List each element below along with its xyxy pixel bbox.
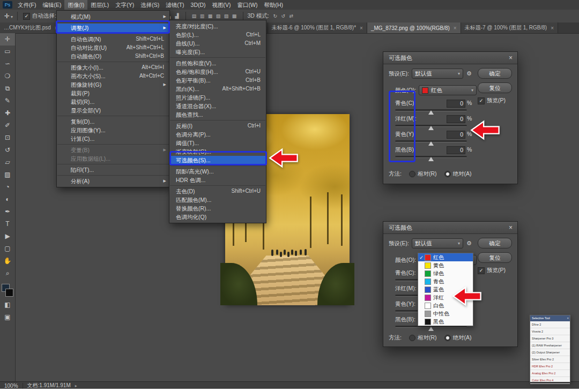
close-icon[interactable]: × bbox=[360, 25, 363, 31]
adjust-submenu-item-23[interactable]: 匹配颜色(M)... bbox=[169, 195, 266, 204]
slider-thumb[interactable] bbox=[428, 157, 434, 161]
preview-checkbox[interactable]: ✓预览(P) bbox=[478, 97, 513, 104]
slider-thumb[interactable] bbox=[428, 126, 434, 130]
image-menu-item-6[interactable]: 自动颜色(O)Shift+Ctrl+B bbox=[57, 52, 169, 61]
brush-tool[interactable]: ✐ bbox=[0, 119, 15, 132]
image-menu-item-0[interactable]: 模式(M)▶ bbox=[57, 12, 169, 21]
slider-thumb[interactable] bbox=[428, 327, 434, 331]
distribute-icon-5[interactable]: ▩ bbox=[231, 12, 239, 20]
gear-icon[interactable]: ⚙ bbox=[466, 70, 472, 77]
image-menu-item-13[interactable]: 显示全部(V) bbox=[57, 106, 169, 115]
healing-brush-tool[interactable]: ✚ bbox=[0, 107, 15, 119]
ok-button[interactable]: 确定 bbox=[478, 68, 512, 79]
image-menu-item-22[interactable]: 陷印(T)... bbox=[57, 165, 169, 174]
method-relative-radio[interactable]: 相对(R) bbox=[409, 170, 437, 178]
selective-tool-item-5[interactable]: Silver Efex Pro 2 bbox=[530, 356, 570, 363]
document-tab-2[interactable]: _MG_8732.png @ 100%(RGB/8)× bbox=[367, 22, 461, 33]
menubar-item-2[interactable]: 图像(I) bbox=[64, 0, 87, 10]
blur-tool[interactable]: ◔ bbox=[0, 181, 15, 193]
menubar-item-9[interactable]: 窗口(W) bbox=[234, 0, 261, 10]
adjust-submenu-item-19[interactable]: 阴影/高光(W)... bbox=[169, 167, 266, 176]
adjust-submenu-item-0[interactable]: 亮度/对比度(C)... bbox=[169, 22, 266, 31]
align-icon-5[interactable]: ▟ bbox=[173, 12, 181, 20]
image-menu-item-10[interactable]: 图像旋转(G)▶ bbox=[57, 80, 169, 89]
method-absolute-radio[interactable]: 绝对(A) bbox=[444, 334, 472, 342]
document-tab-3[interactable]: 未标题-7 @ 100% (图层 1, RGB/8)× bbox=[461, 22, 558, 33]
adjust-submenu-item-8[interactable]: 黑白(K)...Alt+Shift+Ctrl+B bbox=[169, 85, 266, 93]
adjust-submenu-item-3[interactable]: 曝光度(E)... bbox=[169, 48, 266, 56]
hand-tool[interactable]: ✋ bbox=[0, 255, 15, 267]
marquee-tool[interactable]: ▭ bbox=[0, 46, 15, 58]
slider-thumb[interactable] bbox=[428, 110, 434, 115]
slider-value-field[interactable]: 0 bbox=[447, 146, 465, 154]
zoom-tool[interactable]: ⌕ bbox=[0, 267, 15, 280]
close-icon[interactable]: × bbox=[567, 315, 569, 321]
adjust-submenu-item-2[interactable]: 曲线(U)...Ctrl+M bbox=[169, 39, 266, 48]
image-menu-item-17[interactable]: 计算(C)... bbox=[57, 134, 169, 143]
distribute-icon-0[interactable]: ▤ bbox=[190, 12, 198, 20]
3d-mode-icon-1[interactable]: ↺ bbox=[279, 12, 287, 20]
method-absolute-radio[interactable]: 绝对(A) bbox=[444, 170, 472, 178]
color-option-3[interactable]: 青色 bbox=[418, 277, 473, 285]
ok-button[interactable]: 确定 bbox=[478, 238, 512, 248]
slider-value-field[interactable]: 0 bbox=[447, 115, 465, 123]
image-menu-item-11[interactable]: 裁剪(P) bbox=[57, 89, 169, 97]
menubar-item-4[interactable]: 文字(Y) bbox=[112, 0, 137, 10]
close-icon[interactable]: × bbox=[509, 52, 513, 64]
close-icon[interactable]: × bbox=[509, 222, 513, 233]
adjust-submenu-item-9[interactable]: 照片滤镜(F)... bbox=[169, 93, 266, 102]
distribute-icon-1[interactable]: ▥ bbox=[198, 12, 206, 20]
menubar-item-8[interactable]: 视图(V) bbox=[209, 0, 234, 10]
3d-mode-icon-0[interactable]: ↻ bbox=[271, 12, 279, 20]
adjust-submenu-item-20[interactable]: HDR 色调... bbox=[169, 176, 266, 184]
type-tool[interactable]: T bbox=[0, 218, 15, 230]
adjust-submenu-item-5[interactable]: 自然饱和度(V)... bbox=[169, 59, 266, 67]
distribute-icon-3[interactable]: ▧ bbox=[214, 12, 222, 20]
preview-checkbox[interactable]: ✓预览(P) bbox=[478, 267, 513, 274]
dialog-titlebar[interactable]: 可选颜色 × bbox=[383, 222, 517, 234]
auto-select-checkbox[interactable]: ✓ bbox=[23, 13, 30, 20]
image-menu-item-24[interactable]: 分析(A)▶ bbox=[57, 177, 169, 185]
color-option-0[interactable]: ✓红色 bbox=[418, 253, 473, 261]
eraser-tool[interactable]: ▱ bbox=[0, 156, 15, 169]
adjust-submenu-item-6[interactable]: 色相/饱和度(H)...Ctrl+U bbox=[169, 67, 266, 76]
color-option-7[interactable]: 中性色 bbox=[418, 310, 473, 318]
gradient-tool[interactable]: ▨ bbox=[0, 169, 15, 181]
selective-tool-item-3[interactable]: (1) RAW Presharpener bbox=[530, 342, 570, 349]
menubar-item-0[interactable]: 文件(F) bbox=[14, 0, 39, 10]
image-menu-item-19[interactable]: 变量(B)▶ bbox=[57, 146, 169, 154]
slider-value-field[interactable]: 0 bbox=[447, 100, 465, 108]
menubar-item-5[interactable]: 选择(S) bbox=[137, 0, 162, 10]
adjust-submenu-item-14[interactable]: 色调分离(P)... bbox=[169, 130, 266, 139]
lasso-tool[interactable]: ∽ bbox=[0, 58, 15, 70]
shape-tool[interactable]: ▢ bbox=[0, 243, 15, 255]
image-menu-item-9[interactable]: 画布大小(S)...Alt+Ctrl+C bbox=[57, 72, 169, 80]
image-menu-item-20[interactable]: 应用数据组(L)... bbox=[57, 154, 169, 163]
selective-tool-item-2[interactable]: Sharpener Pro 3 bbox=[530, 335, 570, 342]
image-menu-item-15[interactable]: 复制(D)... bbox=[57, 117, 169, 126]
adjust-submenu-item-24[interactable]: 替换颜色(R)... bbox=[169, 204, 266, 213]
selective-tool-item-7[interactable]: Analog Efex Pro 2 bbox=[530, 370, 570, 377]
dialog-titlebar[interactable]: 可选颜色 × bbox=[383, 52, 517, 64]
slider-thumb[interactable] bbox=[428, 141, 434, 146]
eyedropper-tool[interactable]: ✎ bbox=[0, 95, 15, 107]
selective-tool-item-8[interactable]: Color Efex Pro 4 bbox=[530, 377, 570, 384]
color-option-8[interactable]: 黑色 bbox=[418, 318, 473, 326]
image-menu-item-12[interactable]: 裁切(R)... bbox=[57, 97, 169, 106]
adjust-submenu-item-22[interactable]: 去色(D)Shift+Ctrl+U bbox=[169, 187, 266, 195]
pen-tool[interactable]: ✒ bbox=[0, 206, 15, 218]
path-selection-tool[interactable]: ▶ bbox=[0, 230, 15, 243]
image-menu-item-8[interactable]: 图像大小(I)...Alt+Ctrl+I bbox=[57, 63, 169, 72]
panel-titlebar[interactable]: Selective Tool× bbox=[530, 315, 570, 321]
document-tab-1[interactable]: 未标题-6 @ 100% (图层 1, RGB/8)*× bbox=[268, 22, 367, 33]
distribute-icon-4[interactable]: ▨ bbox=[222, 12, 231, 20]
document-tab-0[interactable]: …CMYK对比图.psd× bbox=[0, 22, 62, 33]
dodge-tool[interactable]: ◐ bbox=[0, 193, 15, 206]
3d-mode-icon-2[interactable]: ⇄ bbox=[287, 12, 295, 20]
history-brush-tool[interactable]: ↺ bbox=[0, 144, 15, 156]
adjust-submenu-item-1[interactable]: 色阶(L)...Ctrl+L bbox=[169, 31, 266, 39]
slider-value-field[interactable]: 0 bbox=[447, 131, 465, 139]
reset-button[interactable]: 复位 bbox=[478, 82, 512, 93]
crop-tool[interactable]: ⧉ bbox=[0, 82, 15, 95]
preset-dropdown[interactable]: 默认值▾ bbox=[412, 238, 463, 248]
